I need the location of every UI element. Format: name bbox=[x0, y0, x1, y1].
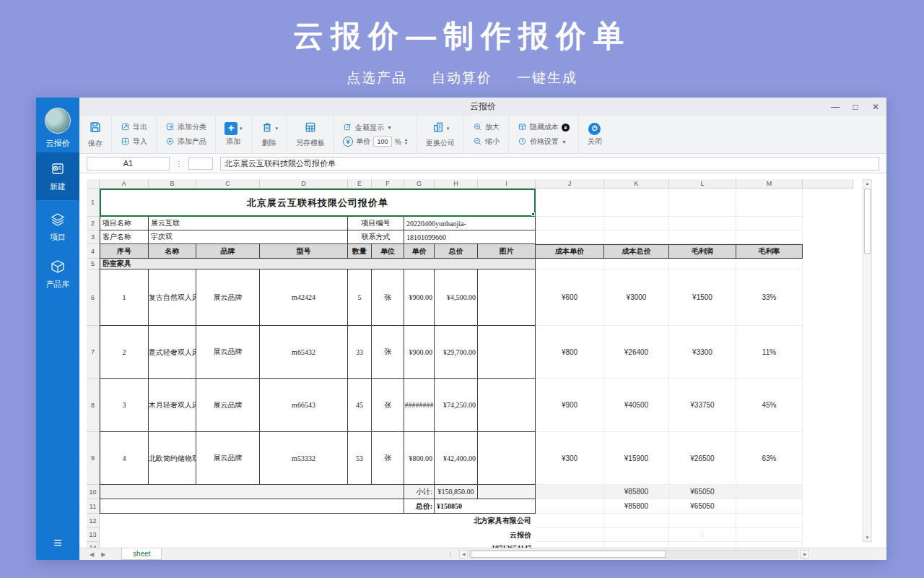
vertical-scroll-thumb[interactable] bbox=[864, 189, 871, 254]
total-cost-cell[interactable]: ¥85800 bbox=[604, 499, 669, 514]
project-no-cell[interactable]: 20220406yunbaojia- bbox=[404, 217, 536, 230]
header-cell[interactable]: 总价 bbox=[435, 244, 478, 259]
sidebar-item-product-library[interactable]: 产品库 bbox=[36, 252, 79, 296]
close-window-button[interactable]: ✕ bbox=[871, 102, 881, 112]
header-cell[interactable]: 序号 bbox=[100, 244, 149, 259]
col-header[interactable]: I bbox=[478, 179, 536, 189]
customer-label-cell[interactable]: 客户名称 bbox=[100, 230, 149, 244]
row-header[interactable]: 1 bbox=[87, 189, 100, 217]
export-button[interactable]: 导出 bbox=[121, 122, 147, 133]
category-cell[interactable]: 卧室家具 bbox=[100, 259, 536, 269]
product-image-cell[interactable] bbox=[478, 269, 536, 326]
spinner-down-icon[interactable]: ▼ bbox=[404, 142, 408, 145]
row-header[interactable]: 3 bbox=[87, 230, 100, 244]
close-app-button[interactable]: ⏻ 关闭 bbox=[588, 123, 602, 147]
minimize-button[interactable]: — bbox=[830, 102, 840, 112]
header-cell[interactable]: 单价 bbox=[404, 244, 435, 259]
formula-input[interactable]: 北京展云互联科技限公司报价单 bbox=[220, 157, 879, 171]
row-header[interactable]: 6 bbox=[87, 269, 100, 326]
header-cell[interactable]: 品牌 bbox=[196, 244, 260, 259]
hscroll-left-icon[interactable]: ◀ bbox=[459, 550, 468, 558]
subtotal-value-cell[interactable]: ¥150,850.00 bbox=[435, 485, 478, 499]
scroll-up-icon[interactable]: ▲ bbox=[863, 181, 871, 186]
col-header[interactable]: F bbox=[372, 179, 404, 189]
product-name-cell[interactable]: 复古自然双人床 bbox=[149, 269, 196, 326]
row-header[interactable]: 12 bbox=[87, 514, 100, 528]
col-header[interactable]: B bbox=[149, 179, 196, 189]
row-header[interactable]: 7 bbox=[87, 326, 100, 379]
sidebar-item-projects[interactable]: 项目 bbox=[36, 206, 79, 248]
col-header[interactable]: H bbox=[435, 179, 478, 189]
header-cell[interactable]: 成本单价 bbox=[536, 244, 604, 259]
product-image-cell[interactable]: NORTHERN bbox=[478, 432, 536, 485]
header-cell[interactable]: 成本总价 bbox=[604, 244, 669, 259]
project-no-label-cell[interactable]: 项目编号 bbox=[348, 217, 404, 230]
cell-reference-box[interactable]: A1 bbox=[87, 157, 170, 171]
subtotal-label-cell[interactable]: 小计: bbox=[404, 485, 435, 499]
col-header[interactable]: J bbox=[536, 179, 604, 189]
change-company-button[interactable]: ▾ 更换公司 bbox=[426, 121, 455, 148]
select-all-corner[interactable] bbox=[87, 179, 100, 189]
scroll-down-icon[interactable]: ▼ bbox=[863, 535, 871, 540]
horizontal-scroll-thumb[interactable] bbox=[471, 551, 666, 558]
product-image-cell[interactable] bbox=[478, 326, 536, 379]
header-cell[interactable]: 单位 bbox=[372, 244, 404, 259]
row-header[interactable]: 13 bbox=[87, 528, 100, 542]
fx-box[interactable] bbox=[188, 158, 213, 170]
col-header[interactable]: K bbox=[604, 179, 669, 189]
row-header[interactable]: 2 bbox=[87, 217, 100, 230]
header-cell[interactable]: 数量 bbox=[348, 244, 372, 259]
total-profit-cell[interactable]: ¥65050 bbox=[669, 499, 736, 514]
vertical-scrollbar[interactable]: ▲ ▼ bbox=[863, 179, 872, 542]
delete-button[interactable]: ▾ 删除 bbox=[261, 121, 279, 148]
row-header[interactable]: 5 bbox=[87, 259, 100, 269]
col-header[interactable]: A bbox=[100, 179, 149, 189]
header-cell[interactable]: 型号 bbox=[260, 244, 348, 259]
header-cell[interactable]: 毛利率 bbox=[736, 244, 803, 259]
row-header[interactable]: 9 bbox=[87, 432, 100, 485]
hide-cost-button[interactable]: 隐藏成本 ¥ bbox=[518, 122, 570, 133]
header-cell[interactable]: 毛利润 bbox=[669, 244, 736, 259]
add-button[interactable]: + ▾ 添加 bbox=[225, 122, 243, 147]
row-header[interactable]: 10 bbox=[87, 485, 100, 499]
selection-handle[interactable] bbox=[531, 212, 535, 216]
horizontal-scrollbar[interactable] bbox=[469, 550, 798, 558]
total-label-cell[interactable]: 总价: bbox=[404, 499, 435, 514]
row-header[interactable]: 8 bbox=[87, 379, 100, 432]
sidebar-item-new[interactable]: 新建 bbox=[36, 152, 79, 200]
header-cell[interactable]: 图片 bbox=[478, 244, 536, 259]
product-image-cell[interactable] bbox=[478, 379, 536, 432]
overflow-cell[interactable]: ######## bbox=[404, 379, 435, 432]
col-header[interactable]: G bbox=[404, 179, 435, 189]
next-sheet-icon[interactable]: ▶ bbox=[101, 551, 105, 558]
contact-label-cell[interactable]: 联系方式 bbox=[348, 230, 404, 244]
product-name-cell[interactable]: 意式轻奢双人床 bbox=[149, 326, 196, 379]
total-value-cell[interactable]: ¥150850 bbox=[435, 499, 536, 514]
add-category-button[interactable]: 添加分类 bbox=[165, 122, 206, 133]
quote-title-cell[interactable]: 北京展云互联科技限公司报价单 bbox=[100, 189, 536, 217]
amount-display-button[interactable]: 金额显示 ▼ bbox=[343, 122, 392, 133]
col-header[interactable]: M bbox=[736, 179, 803, 189]
sheet-tab[interactable]: sheet bbox=[121, 548, 162, 560]
price-setting-button[interactable]: 价格设置 ▼ bbox=[518, 137, 567, 147]
hamburger-menu-icon[interactable]: ≡ bbox=[36, 535, 79, 550]
zoom-out-button[interactable]: 缩小 bbox=[473, 137, 500, 147]
import-button[interactable]: 导入 bbox=[121, 137, 147, 147]
spinner[interactable]: ▲ ▼ bbox=[404, 138, 408, 145]
zoom-in-button[interactable]: 放大 bbox=[473, 122, 500, 133]
splitter-dots-icon[interactable]: ⋮ bbox=[447, 551, 453, 558]
footer-brand-cell[interactable]: 云报价 bbox=[100, 528, 536, 542]
contact-cell[interactable]: 18101099660 bbox=[404, 230, 536, 244]
customer-cell[interactable]: 宇庆双 bbox=[149, 230, 348, 244]
header-cell[interactable]: 名称 bbox=[149, 244, 196, 259]
unit-price-input[interactable]: 100 bbox=[373, 137, 392, 147]
row-header[interactable]: 11 bbox=[87, 499, 100, 514]
product-name-cell[interactable]: 木月轻奢双人床 bbox=[149, 379, 196, 432]
col-header[interactable]: C bbox=[196, 179, 260, 189]
avatar[interactable] bbox=[45, 108, 71, 134]
subtotal-profit-cell[interactable]: ¥65050 bbox=[669, 485, 736, 499]
footer-company-cell[interactable]: 北方家具有限公司 bbox=[100, 514, 536, 528]
product-name-cell[interactable]: 北欧简约储物双人床 bbox=[149, 432, 196, 485]
project-name-cell[interactable]: 展云互联 bbox=[149, 217, 348, 230]
save-template-button[interactable]: 另存模板 bbox=[296, 121, 325, 148]
